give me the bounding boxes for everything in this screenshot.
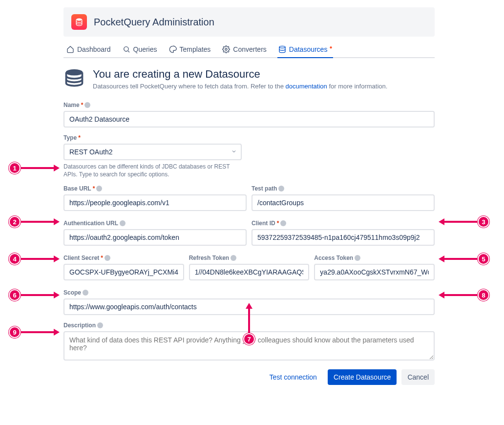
annotation-num: 3 bbox=[478, 216, 489, 228]
database-large-icon bbox=[63, 68, 85, 91]
label-baseurl: Base URL bbox=[63, 185, 91, 192]
field-accesstoken: Access Token bbox=[314, 255, 435, 280]
field-description: Description bbox=[63, 322, 435, 361]
test-connection-button[interactable]: Test connection bbox=[264, 369, 323, 385]
field-authurl: Authentication URL bbox=[63, 220, 247, 246]
field-name: Name* bbox=[63, 102, 435, 128]
scope-input[interactable] bbox=[63, 298, 435, 315]
annotation-num: 4 bbox=[9, 253, 21, 265]
annotation-2: 2 bbox=[9, 216, 60, 228]
description-textarea[interactable] bbox=[63, 331, 435, 361]
annotation-num: 1 bbox=[9, 162, 21, 174]
label-scope: Scope bbox=[63, 289, 81, 296]
tab-label: Datasources bbox=[289, 45, 328, 53]
tab-converters[interactable]: Converters bbox=[221, 41, 267, 58]
annotation-3: 3 bbox=[439, 216, 489, 228]
type-select[interactable] bbox=[63, 144, 242, 160]
required-indicator: * bbox=[78, 134, 81, 141]
intro-block: You are creating a new Datasource Dataso… bbox=[63, 68, 435, 91]
help-icon[interactable] bbox=[120, 220, 126, 226]
label-accesstoken: Access Token bbox=[314, 255, 353, 261]
field-testpath: Test path bbox=[252, 185, 435, 211]
field-baseurl: Base URL* bbox=[63, 185, 247, 211]
form-actions: Test connection Create Datasource Cancel bbox=[63, 369, 435, 385]
required-indicator: * bbox=[101, 255, 103, 261]
field-clientid: Client ID* bbox=[252, 220, 435, 246]
svg-point-0 bbox=[76, 19, 82, 21]
annotation-num: 8 bbox=[478, 289, 489, 301]
name-input[interactable] bbox=[63, 111, 435, 128]
baseurl-input[interactable] bbox=[63, 194, 247, 211]
tab-datasources[interactable]: Datasources ● bbox=[277, 41, 334, 58]
authurl-input[interactable] bbox=[63, 229, 247, 246]
testpath-input[interactable] bbox=[252, 194, 435, 211]
required-indicator: * bbox=[81, 102, 84, 108]
svg-point-4 bbox=[66, 70, 83, 75]
documentation-link[interactable]: documentation bbox=[286, 83, 327, 90]
annotation-9: 9 bbox=[9, 326, 60, 338]
app-title: PocketQuery Administration bbox=[94, 17, 214, 28]
home-icon bbox=[66, 45, 74, 53]
annotation-num: 6 bbox=[9, 289, 21, 301]
palette-icon bbox=[169, 45, 177, 53]
annotation-num: 9 bbox=[9, 326, 21, 338]
label-testpath: Test path bbox=[252, 185, 277, 192]
tab-queries[interactable]: Queries bbox=[122, 41, 158, 58]
clientid-input[interactable] bbox=[252, 229, 435, 246]
tab-label: Dashboard bbox=[77, 45, 111, 53]
field-refreshtoken: Refresh Token bbox=[189, 255, 310, 280]
label-clientid: Client ID bbox=[252, 220, 275, 227]
cancel-button[interactable]: Cancel bbox=[401, 369, 435, 385]
help-icon[interactable] bbox=[278, 186, 284, 191]
annotation-6: 6 bbox=[9, 289, 60, 301]
help-icon[interactable] bbox=[105, 255, 110, 261]
tab-dashboard[interactable]: Dashboard bbox=[65, 41, 112, 58]
svg-point-2 bbox=[225, 48, 227, 50]
help-icon[interactable] bbox=[84, 102, 90, 108]
label-refreshtoken: Refresh Token bbox=[189, 255, 229, 261]
database-icon bbox=[278, 45, 286, 53]
accesstoken-input[interactable] bbox=[314, 264, 435, 280]
form-area: You are creating a new Datasource Dataso… bbox=[63, 58, 435, 385]
tab-label: Templates bbox=[180, 45, 211, 53]
label-type: Type bbox=[63, 134, 77, 141]
help-icon[interactable] bbox=[355, 255, 360, 261]
field-type: Type* Datasources can be different kinds… bbox=[63, 134, 242, 178]
unsaved-badge-icon: ● bbox=[329, 44, 332, 50]
page-subtitle: Datasources tell PocketQuery where to fe… bbox=[93, 83, 387, 90]
annotation-num: 2 bbox=[9, 216, 21, 228]
help-icon[interactable] bbox=[83, 290, 88, 296]
annotation-8: 8 bbox=[439, 289, 489, 301]
help-icon[interactable] bbox=[280, 220, 286, 226]
required-indicator: * bbox=[277, 220, 279, 227]
label-authurl: Authentication URL bbox=[63, 220, 118, 227]
field-clientsecret: Client Secret* bbox=[63, 255, 184, 280]
cog-icon bbox=[222, 45, 230, 53]
create-datasource-button[interactable]: Create Datasource bbox=[328, 369, 397, 385]
required-indicator: * bbox=[93, 185, 95, 192]
tabs-nav: Dashboard Queries Templates Converters D… bbox=[63, 41, 435, 58]
help-icon[interactable] bbox=[97, 322, 103, 328]
help-icon[interactable] bbox=[231, 255, 236, 261]
clientsecret-input[interactable] bbox=[63, 264, 184, 280]
search-icon bbox=[123, 45, 130, 53]
tab-label: Converters bbox=[233, 45, 266, 53]
help-icon[interactable] bbox=[96, 186, 102, 191]
svg-point-1 bbox=[124, 47, 128, 51]
page-title: You are creating a new Datasource bbox=[93, 68, 387, 81]
refreshtoken-input[interactable] bbox=[189, 264, 310, 280]
type-helper: Datasources can be different kinds of JD… bbox=[63, 163, 242, 178]
tab-templates[interactable]: Templates bbox=[168, 41, 212, 58]
label-clientsecret: Client Secret bbox=[63, 255, 99, 261]
tab-label: Queries bbox=[133, 45, 157, 53]
annotation-1: 1 bbox=[9, 162, 60, 174]
annotation-4: 4 bbox=[9, 253, 60, 265]
header-bar: PocketQuery Administration bbox=[63, 7, 435, 37]
subtitle-pre: Datasources tell PocketQuery where to fe… bbox=[93, 83, 286, 90]
field-scope: Scope bbox=[63, 289, 435, 315]
svg-point-3 bbox=[279, 46, 285, 48]
annotation-num: 5 bbox=[478, 253, 489, 265]
app-logo-icon bbox=[71, 14, 87, 30]
label-name: Name bbox=[63, 102, 80, 108]
annotation-5: 5 bbox=[439, 253, 489, 265]
